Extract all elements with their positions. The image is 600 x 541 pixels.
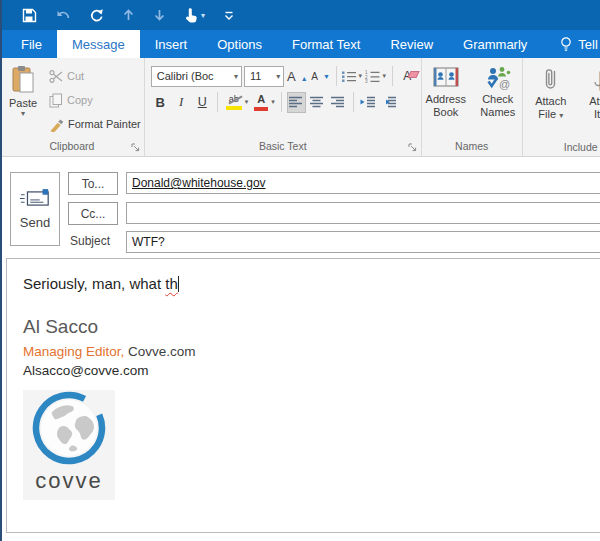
paste-caret-icon[interactable]: ▾: [21, 109, 25, 118]
ribbon-tab-row: File Message Insert Options Format Text …: [0, 30, 600, 58]
message-body[interactable]: Seriously, man, what th Al Sacco Managin…: [6, 258, 600, 533]
to-field[interactable]: Donald@whitehouse.gov: [126, 172, 600, 194]
separator: [392, 66, 393, 86]
font-name-combo[interactable]: Calibri (Boc ▾: [151, 66, 242, 87]
font-color-icon: A: [252, 94, 270, 111]
scissors-icon: [49, 70, 63, 83]
quick-access-toolbar: ▾: [22, 4, 235, 26]
increase-indent-icon: [381, 96, 397, 108]
bullets-button[interactable]: ▾: [342, 66, 363, 87]
paste-label: Paste: [9, 97, 37, 109]
save-icon: [22, 8, 37, 23]
touch-mode-icon: [184, 7, 198, 23]
format-painter-icon: [49, 117, 64, 132]
highlight-caret-icon: ▾: [245, 98, 249, 106]
paste-button[interactable]: Paste ▾: [0, 62, 46, 134]
touch-mode-caret-icon[interactable]: ▾: [201, 11, 205, 20]
attach-item-button[interactable]: Attach Item: [581, 64, 600, 122]
numbering-button[interactable]: 123 ▾: [365, 66, 387, 87]
signature-role: Managing Editor,: [23, 344, 124, 359]
text-cursor: [178, 276, 180, 292]
move-up-button[interactable]: [122, 4, 135, 26]
subject-label: Subject: [70, 234, 110, 248]
tab-options[interactable]: Options: [202, 30, 277, 58]
clipboard-group-label: Clipboard: [49, 140, 94, 152]
copy-label: Copy: [67, 94, 93, 106]
address-book-icon: [432, 66, 460, 90]
bold-icon: B: [156, 95, 165, 110]
move-down-button[interactable]: [153, 4, 166, 26]
cut-button[interactable]: Cut: [46, 66, 144, 86]
numbered-list-icon: 123: [365, 70, 381, 83]
body-text-line: Seriously, man, what th: [23, 275, 600, 292]
separator: [217, 92, 218, 112]
increase-indent-button[interactable]: [380, 92, 399, 113]
highlight-icon: ab: [224, 95, 244, 110]
tab-review[interactable]: Review: [375, 30, 448, 58]
subject-value: WTF?: [132, 235, 165, 249]
up-arrow-icon: [122, 8, 135, 22]
attach-file-button[interactable]: Attach File ▾: [527, 64, 575, 122]
grow-font-button[interactable]: A▲: [286, 66, 308, 87]
format-painter-button[interactable]: Format Painter: [46, 114, 144, 134]
check-names-button[interactable]: @ Check Names: [474, 64, 522, 119]
down-arrow-icon: [153, 8, 166, 22]
to-button[interactable]: To...: [68, 172, 118, 195]
cc-field[interactable]: [126, 202, 600, 224]
attach-file-label-1: Attach: [535, 95, 566, 108]
bullets-caret-icon: ▾: [358, 72, 362, 80]
paste-clipboard-icon: [9, 65, 37, 95]
redo-button[interactable]: [89, 4, 104, 26]
align-center-button[interactable]: [308, 92, 327, 113]
italic-button[interactable]: I: [172, 92, 191, 113]
attach-item-label-2: Item: [594, 108, 600, 121]
basic-text-dialog-launcher-icon[interactable]: [407, 142, 418, 153]
send-label: Send: [20, 215, 50, 230]
font-size-combo[interactable]: 11 ▾: [244, 66, 284, 87]
tell-me-search[interactable]: Tell me wh: [560, 30, 600, 58]
touch-mode-button[interactable]: ▾: [184, 4, 205, 26]
clipboard-group: Paste ▾ Cut Copy: [0, 58, 145, 156]
clear-formatting-icon: A: [403, 69, 411, 83]
tab-grammarly[interactable]: Grammarly: [448, 30, 542, 58]
underline-button[interactable]: U: [193, 92, 212, 113]
send-button[interactable]: Send: [10, 172, 60, 246]
separator: [281, 92, 282, 112]
format-painter-label: Format Painter: [68, 118, 141, 130]
align-right-button[interactable]: [329, 92, 348, 113]
address-book-label-1: Address: [426, 93, 466, 106]
align-right-icon: [331, 96, 345, 108]
cc-button[interactable]: Cc...: [68, 202, 118, 225]
attach-file-label-2: File ▾: [538, 108, 563, 122]
save-button[interactable]: [22, 4, 37, 26]
attach-item-label-1: Attach: [589, 95, 600, 108]
cut-label: Cut: [67, 70, 84, 82]
check-names-label-1: Check: [482, 93, 513, 106]
tab-message[interactable]: Message: [57, 30, 140, 58]
covve-globe-icon: [30, 390, 108, 470]
compose-header: Send To... Donald@whitehouse.gov Cc... S…: [0, 157, 600, 258]
highlight-button[interactable]: ab ▾: [223, 92, 250, 113]
tab-file[interactable]: File: [6, 30, 57, 58]
separator: [336, 66, 337, 86]
tab-format-text[interactable]: Format Text: [277, 30, 375, 58]
customize-qat-button[interactable]: [223, 4, 235, 26]
bold-button[interactable]: B: [151, 92, 170, 113]
numbering-caret-icon: ▾: [382, 72, 386, 80]
copy-button[interactable]: Copy: [46, 90, 144, 110]
font-color-button[interactable]: A ▾: [251, 92, 276, 113]
tab-insert[interactable]: Insert: [140, 30, 203, 58]
clear-formatting-button[interactable]: A: [398, 66, 417, 87]
paperclip-icon: [543, 66, 559, 92]
clipboard-dialog-launcher-icon[interactable]: [130, 142, 141, 153]
decrease-indent-button[interactable]: [359, 92, 378, 113]
align-left-button[interactable]: [287, 92, 306, 113]
subject-field[interactable]: WTF?: [126, 231, 600, 253]
address-book-button[interactable]: Address Book: [422, 64, 470, 119]
to-recipient[interactable]: Donald@whitehouse.gov: [132, 176, 266, 190]
shrink-font-icon: A: [311, 71, 323, 82]
shrink-font-button[interactable]: A▼: [310, 66, 330, 87]
undo-button[interactable]: [55, 4, 71, 26]
font-name-caret-icon: ▾: [234, 72, 238, 81]
signature-email: Alsacco@covve.com: [23, 363, 600, 378]
